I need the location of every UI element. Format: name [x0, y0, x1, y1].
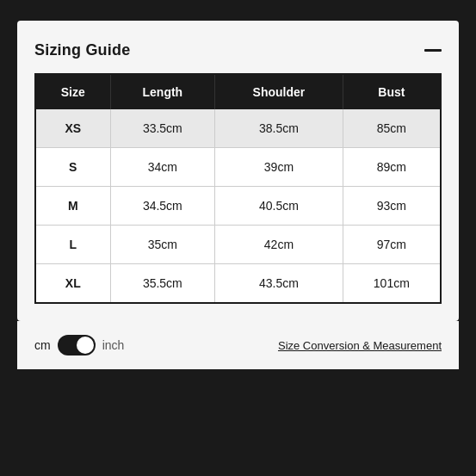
header-row: Size Length Shoulder Bust [35, 74, 441, 109]
unit-toggle-switch[interactable] [58, 335, 96, 355]
cell-bust: 97cm [343, 226, 441, 264]
cell-length: 33.5cm [110, 109, 215, 148]
minimize-button[interactable] [424, 49, 442, 52]
table-row: XS33.5cm38.5cm85cm [35, 109, 441, 148]
cell-bust: 101cm [343, 264, 441, 304]
table-row: L35cm42cm97cm [35, 226, 441, 264]
table-body: XS33.5cm38.5cm85cmS34cm39cm89cmM34.5cm40… [35, 109, 441, 303]
table-row: XL35.5cm43.5cm101cm [35, 264, 441, 304]
panel-header: Sizing Guide [34, 41, 442, 59]
unit-toggle-group: cm inch [34, 335, 124, 355]
bottom-bar: cm inch Size Conversion & Measurement [17, 321, 459, 369]
cell-length: 35cm [110, 226, 215, 264]
col-shoulder: Shoulder [215, 74, 343, 109]
cell-size: XL [35, 264, 110, 304]
cell-size: XS [35, 109, 110, 148]
cell-size: M [35, 187, 110, 226]
sizing-table: Size Length Shoulder Bust XS33.5cm38.5cm… [34, 73, 442, 304]
cell-bust: 85cm [343, 109, 441, 148]
cell-bust: 89cm [343, 148, 441, 187]
cell-shoulder: 42cm [215, 226, 343, 264]
cell-size: L [35, 226, 110, 264]
sizing-guide-panel: Sizing Guide Size Length Shoulder Bust X… [17, 21, 459, 321]
panel-title: Sizing Guide [34, 41, 130, 59]
cell-shoulder: 38.5cm [215, 109, 343, 148]
col-length: Length [110, 74, 215, 109]
col-bust: Bust [343, 74, 441, 109]
cell-length: 34.5cm [110, 187, 215, 226]
unit-cm-label: cm [34, 338, 51, 352]
cell-length: 35.5cm [110, 264, 215, 304]
table-row: M34.5cm40.5cm93cm [35, 187, 441, 226]
cell-shoulder: 43.5cm [215, 264, 343, 304]
cell-shoulder: 40.5cm [215, 187, 343, 226]
conversion-link[interactable]: Size Conversion & Measurement [278, 339, 442, 352]
table-row: S34cm39cm89cm [35, 148, 441, 187]
col-size: Size [35, 74, 110, 109]
cell-length: 34cm [110, 148, 215, 187]
unit-inch-label: inch [102, 338, 125, 352]
cell-size: S [35, 148, 110, 187]
cell-shoulder: 39cm [215, 148, 343, 187]
cell-bust: 93cm [343, 187, 441, 226]
toggle-knob [77, 337, 94, 354]
table-header: Size Length Shoulder Bust [35, 74, 441, 109]
